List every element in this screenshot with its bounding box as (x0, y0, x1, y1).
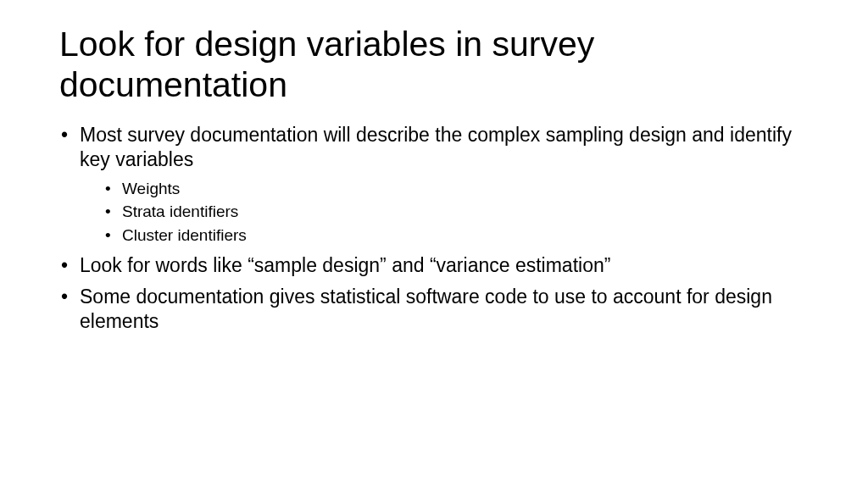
list-item-text: Weights (122, 180, 180, 197)
bullet-list: Most survey documentation will describe … (59, 123, 809, 335)
list-item: Some documentation gives statistical sof… (59, 285, 809, 335)
list-item-text: Look for words like “sample design” and … (80, 254, 610, 276)
list-item-text: Some documentation gives statistical sof… (80, 286, 772, 332)
slide-title: Look for design variables in survey docu… (59, 24, 809, 106)
sub-bullet-list: Weights Strata identifiers Cluster ident… (80, 178, 809, 247)
list-item-text: Strata identifiers (122, 202, 238, 220)
list-item: Look for words like “sample design” and … (59, 253, 809, 278)
list-item: Most survey documentation will describe … (59, 123, 809, 247)
list-item-text: Cluster identifiers (122, 226, 247, 244)
list-item: Cluster identifiers (103, 225, 809, 247)
list-item: Weights (103, 178, 809, 200)
list-item-text: Most survey documentation will describe … (80, 124, 792, 170)
list-item: Strata identifiers (103, 201, 809, 223)
